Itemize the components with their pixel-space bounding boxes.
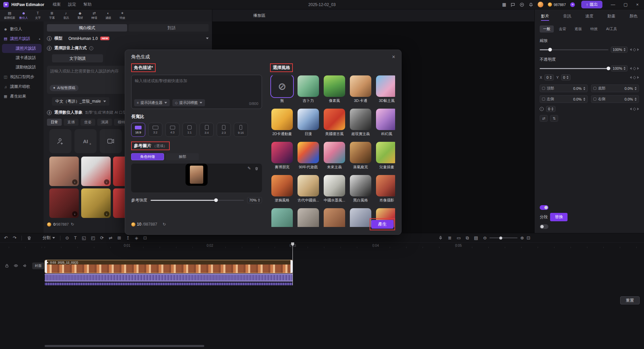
keyframe-controls[interactable] [630,108,639,110]
stepper[interactable] [635,98,637,101]
stepper[interactable] [583,98,585,101]
scale-value-field[interactable]: 100% [611,47,628,53]
stepper[interactable] [583,87,585,90]
feedback-chat-icon[interactable] [511,2,515,7]
checkbox[interactable] [542,98,545,101]
redo-button[interactable]: ↷ [13,235,16,240]
download-icon[interactable]: ↓ [104,211,109,217]
style-option[interactable]: ⊘ 日漫 [296,109,320,136]
ai-write-button[interactable]: ✦ AI智慧撰稿 [50,85,78,91]
download-icon[interactable]: ↓ [72,211,77,217]
strength-slider[interactable] [151,200,244,201]
aspect-ratio-option[interactable]: 16:9 [131,123,145,137]
style-option[interactable]: ⊘ 古代中國插... [296,175,320,202]
stepper[interactable] [550,76,552,79]
style-option[interactable]: ⊘ 像素風 [322,75,346,103]
video-clip[interactable]: ▶ 0:03 2025_12_02(2) [45,260,293,273]
add-credits-button[interactable]: + [570,2,575,7]
model-row[interactable]: 1 模型 OmniHuman 1.0 NEW [47,36,209,41]
replace-button[interactable]: 替換 [550,213,568,221]
flip-horizontal-button[interactable]: ⇄ [540,115,548,122]
reference-tab[interactable]: 臉部 [166,153,199,160]
next-keyframe-icon[interactable] [637,48,639,51]
x-value-field[interactable]: 0 [544,74,554,80]
rotation-value-field[interactable]: 0 [546,106,555,112]
generate-button[interactable]: 產生 [371,220,393,229]
ribbon-tool[interactable]: ♪ 音訊 [59,11,73,20]
add-keyframe-icon[interactable] [633,48,636,51]
style-option[interactable]: ⊘ 兒童插畫 [375,142,395,169]
timeline-tool[interactable]: ⊡ [143,235,147,240]
reset-button[interactable]: 重置 [620,296,640,304]
stepper[interactable] [567,76,569,79]
sidebar-item[interactable]: ♫ 讓圖片唱歌 [0,82,44,92]
menu-item[interactable]: 檔案 [49,2,64,7]
sidebar-item[interactable]: ▦ 產生結果 [0,92,44,101]
audio-clip-channel[interactable] [45,283,293,285]
style-option[interactable]: ⊘ 90年代遊戲 [296,142,320,169]
timeline-tool[interactable]: ⊙ [65,235,69,240]
text-to-speech-tab[interactable]: 文字朗讀 [52,54,103,62]
style-option[interactable]: ⊘ 2D卡通動畫 [270,109,294,136]
prompt-tags-button[interactable]: ◇ 提示詞標籤 [172,99,205,106]
inspector-tab[interactable]: 影片 [541,13,549,21]
timeline-tool[interactable]: ⟳ [100,235,104,240]
toggle-switch[interactable] [540,224,548,229]
download-center-icon[interactable] [520,2,524,7]
style-option[interactable]: ⊘ 黑白風格 [348,175,373,202]
timeline-tool[interactable]: ↥ [126,235,130,240]
flip-vertical-button[interactable]: ⇅ [550,115,558,122]
ai-generate-card[interactable]: AI + [74,129,97,153]
mode-tab[interactable]: 對話 [128,24,209,32]
ribbon-tool[interactable]: ◆ 素材 [73,11,87,20]
fit-timeline-button[interactable]: ⊡ [527,235,530,240]
track-lock-icon[interactable] [5,263,9,268]
checkbox[interactable] [542,87,545,90]
style-option[interactable]: ⊘ 塗鴉風格 [270,175,294,202]
inspector-tab[interactable]: 音訊 [563,13,571,21]
playhead[interactable] [292,242,293,285]
crop-field[interactable]: 右側 0.0% [591,95,639,103]
refresh-icon[interactable]: ↻ [71,222,74,227]
opacity-value-field[interactable]: 100% [611,65,628,71]
sidebar-item[interactable]: 讓動物說話 [2,63,42,72]
audio-clip[interactable] [45,274,293,282]
aspect-ratio-option[interactable]: 4:3 [165,123,179,137]
ribbon-tool[interactable]: ⇄ 轉場 [87,11,101,20]
style-option[interactable]: ⊘ 科幻風 [375,109,395,136]
user-avatar[interactable] [538,2,543,7]
video-template-card[interactable] [100,129,122,153]
info-icon[interactable]: i [89,46,93,50]
inspector-subtab[interactable]: 一般 [540,25,554,33]
sidebar-item[interactable]: ☻ 數位人 [0,24,44,34]
layout-grid-icon[interactable]: ▦ [502,2,506,7]
delete-reference-icon[interactable] [255,166,259,171]
avatar-thumbnail[interactable]: ↓ [49,188,79,218]
maximize-button[interactable]: ▢ [622,2,630,7]
timeline-tool[interactable]: ◱ [82,235,86,240]
aspect-ratio-option[interactable]: 2:3 [217,123,231,137]
ribbon-tool[interactable]: ≣ 字幕 [45,11,59,20]
split-button[interactable]: 分割 [37,235,55,241]
opacity-slider[interactable] [540,68,608,69]
reference-image-thumbnail[interactable] [185,164,208,186]
inspector-subtab[interactable]: 去背 [555,25,570,33]
y-value-field[interactable]: 0 [561,74,571,80]
undo-button[interactable]: ↶ [4,235,8,240]
sidebar-item[interactable]: ◫ 視訊口型同步 [0,72,44,82]
strength-value-field[interactable]: 70% [247,197,262,203]
stepper[interactable] [635,87,637,90]
inspector-tab[interactable]: 動畫 [607,13,615,21]
stepper[interactable] [624,48,626,51]
checkbox[interactable] [593,87,596,90]
delete-button[interactable] [27,236,32,240]
track-visibility-icon[interactable] [14,263,18,268]
chevron-down-icon[interactable] [206,38,209,39]
stepper[interactable] [258,198,260,202]
aspect-ratio-option[interactable]: 9:16 [234,123,248,137]
timeline-tool[interactable]: ▭ [457,235,461,240]
inspector-subtab[interactable]: AI工具 [603,25,620,33]
style-option[interactable]: ⊘ 3D-卡通 [348,75,373,103]
edit-reference-icon[interactable]: ✎ [248,166,251,171]
zoom-slider[interactable] [489,237,518,238]
